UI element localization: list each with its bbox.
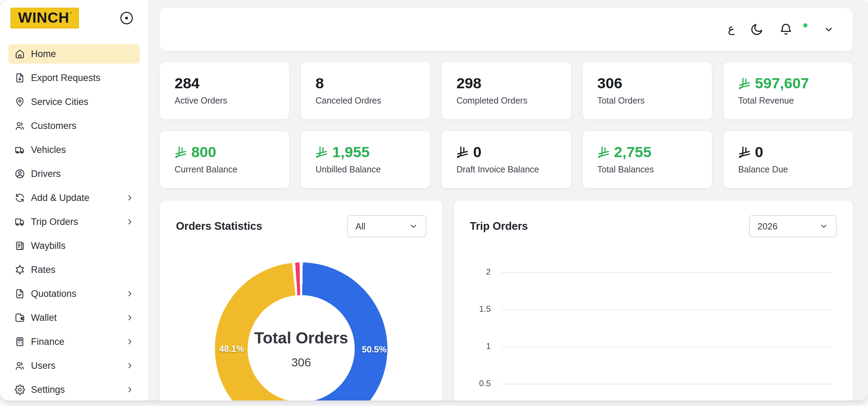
sidebar-item-label: Trip Orders — [31, 217, 78, 227]
notifications-button[interactable] — [779, 23, 793, 36]
sidebar-item-service-cities[interactable]: Service Cities — [8, 92, 140, 112]
dark-mode-toggle[interactable] — [750, 23, 764, 36]
stat-label: Total Revenue — [738, 96, 838, 106]
people-icon — [15, 121, 25, 131]
donut-center-label: Total Orders 306 — [215, 262, 387, 400]
wallet-icon — [15, 312, 25, 323]
chevron-right-icon — [126, 314, 134, 322]
sidebar-item-settings[interactable]: Settings — [8, 380, 140, 399]
chart-grid-row: 0.5 — [470, 384, 837, 400]
stat-label: Active Orders — [175, 96, 274, 106]
y-axis-tick: 1 — [470, 341, 491, 351]
sidebar-collapse-toggle-icon[interactable] — [120, 12, 133, 24]
stat-label: Total Balances — [597, 164, 697, 174]
stat-value: 597,607 — [738, 76, 838, 91]
sidebar-item-waybills[interactable]: Waybills — [8, 236, 140, 255]
chevron-down-icon — [819, 222, 828, 231]
truck-icon — [15, 145, 25, 155]
trip-orders-title: Trip Orders — [470, 220, 528, 233]
stat-label: Total Orders — [597, 96, 697, 106]
chevron-right-icon — [126, 194, 134, 202]
sidebar-item-label: Users — [31, 360, 56, 371]
trip-orders-grid: 21.510.5 — [470, 272, 837, 400]
sidebar-item-finance[interactable]: Finance — [8, 332, 140, 351]
gridline — [501, 272, 832, 273]
sidebar-item-trip-orders[interactable]: Trip Orders — [8, 212, 140, 232]
chevron-down-icon — [409, 222, 418, 231]
saudi-riyal-icon — [738, 77, 751, 90]
stat-card-active-orders: 284 Active Orders — [160, 62, 289, 119]
chevron-right-icon — [126, 218, 134, 226]
sidebar-item-label: Customers — [31, 121, 77, 131]
chevron-right-icon — [126, 338, 134, 346]
stat-label: Current Balance — [175, 164, 274, 174]
stat-card-balance-due: 0 Balance Due — [724, 131, 853, 188]
sidebar-item-vehicles[interactable]: Vehicles — [8, 140, 140, 160]
orders-statistics-title: Orders Statistics — [176, 220, 262, 233]
sidebar-item-label: Quotations — [31, 289, 77, 299]
stat-card-draft-invoice-balance: 0 Draft Invoice Balance — [442, 131, 571, 188]
trip-orders-panel: Trip Orders 2026 21.510.5 — [454, 201, 853, 400]
sidebar-item-home[interactable]: Home — [8, 44, 140, 64]
stat-value: 284 — [175, 76, 274, 91]
stat-card-unbilled-balance: 1,955 Unbilled Balance — [301, 131, 430, 188]
chart-grid-row: 2 — [470, 272, 837, 309]
moon-icon — [750, 23, 764, 36]
bell-icon — [779, 23, 793, 36]
chevron-right-icon — [126, 362, 134, 370]
chevron-down-icon — [823, 24, 834, 35]
trip-orders-year-select[interactable]: 2026 — [749, 215, 837, 237]
sidebar-item-customers[interactable]: Customers — [8, 116, 140, 136]
sidebar-item-drivers[interactable]: Drivers — [8, 164, 140, 184]
y-axis-tick: 0.5 — [470, 379, 491, 388]
main-content: ع 284 Active Orders 8 Canceled — [148, 0, 868, 400]
sidebar-item-export-requests[interactable]: Export Requests — [8, 68, 140, 88]
star-icon — [15, 265, 25, 275]
sidebar-item-users[interactable]: Users — [8, 356, 140, 375]
sidebar-item-wallet[interactable]: Wallet — [8, 308, 140, 327]
saudi-riyal-icon — [597, 146, 610, 159]
select-value: 2026 — [757, 221, 778, 232]
stat-card-total-balances: 2,755 Total Balances — [583, 131, 712, 188]
sidebar-item-label: Add & Update — [31, 193, 89, 203]
sidebar-item-label: Settings — [31, 384, 65, 395]
calculator-icon — [15, 336, 25, 347]
stat-cards-grid: 284 Active Orders 8 Canceled Ordres 298 … — [160, 62, 853, 188]
chevron-right-icon — [126, 290, 134, 298]
donut-center-value: 306 — [291, 356, 311, 369]
sidebar-item-quotations[interactable]: Quotations — [8, 284, 140, 303]
stat-value: 800 — [175, 145, 274, 160]
y-axis-tick: 2 — [470, 267, 491, 277]
orders-donut-chart: 48.1% 50.5% Total Orders 306 — [215, 262, 387, 400]
saudi-riyal-icon — [315, 146, 328, 159]
stat-card-current-balance: 800 Current Balance — [160, 131, 289, 188]
gridline — [501, 309, 832, 310]
stat-card-total-orders: 306 Total Orders — [583, 62, 712, 119]
stat-value: 2,755 — [597, 145, 697, 160]
sidebar-item-label: Export Requests — [31, 73, 101, 83]
y-axis-tick: 1.5 — [470, 304, 491, 314]
people-icon — [15, 360, 25, 371]
charts-row: Orders Statistics All 48.1% 50.5% Total … — [160, 201, 853, 400]
logo-trademark: ’ — [70, 11, 72, 17]
chart-grid-row: 1 — [470, 347, 837, 384]
gridline — [501, 384, 832, 384]
stat-label: Balance Due — [738, 164, 838, 174]
chart-grid-row: 1.5 — [470, 309, 837, 347]
winch-logo: WINCH’ — [10, 8, 79, 29]
sidebar-item-add-update[interactable]: Add & Update — [8, 188, 140, 208]
stat-label: Draft Invoice Balance — [456, 164, 556, 174]
sidebar-item-rates[interactable]: Rates — [8, 260, 140, 279]
donut-center-title: Total Orders — [254, 328, 348, 347]
file-download-icon — [15, 73, 25, 83]
delivery-truck-icon — [15, 217, 25, 227]
language-toggle-icon[interactable]: ع — [728, 23, 734, 36]
sidebar-item-label: Finance — [31, 336, 64, 347]
stat-card-completed-orders: 298 Completed Orders — [442, 62, 571, 119]
sidebar-item-label: Waybills — [31, 241, 66, 251]
profile-menu-toggle[interactable] — [823, 24, 834, 35]
refresh-icon — [15, 193, 25, 203]
stat-value: 0 — [456, 145, 556, 160]
orders-filter-select[interactable]: All — [347, 215, 426, 237]
stat-label: Unbilled Balance — [315, 164, 415, 174]
